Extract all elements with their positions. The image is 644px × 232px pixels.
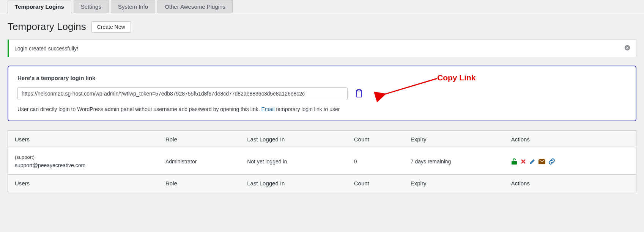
user-email: support@peeayecreative.com — [15, 162, 152, 168]
tab-other-plugins[interactable]: Other Awesome Plugins — [157, 0, 233, 13]
clipboard-icon[interactable] — [355, 89, 363, 99]
tf-users: Users — [8, 175, 159, 192]
edit-icon[interactable] — [529, 158, 535, 165]
email-icon[interactable] — [539, 159, 545, 164]
th-expiry: Expiry — [404, 131, 504, 148]
create-new-button[interactable]: Create New — [91, 21, 131, 33]
th-last-logged-in: Last Logged In — [240, 131, 347, 148]
expiry: 7 days remaining — [404, 148, 504, 175]
unlock-icon[interactable] — [511, 158, 517, 165]
page-title: Temporary Logins — [8, 21, 86, 33]
table-row: (support) support@peeayecreative.com Adm… — [8, 148, 636, 175]
link-desc-before: User can directly login to WordPress adm… — [17, 106, 261, 112]
tf-count: Count — [347, 175, 404, 192]
th-role: Role — [159, 131, 240, 148]
nav-tabs: Temporary Logins Settings System Info Ot… — [0, 0, 644, 13]
th-count: Count — [347, 131, 404, 148]
tf-actions: Actions — [504, 175, 636, 192]
tf-role: Role — [159, 175, 240, 192]
link-description: User can directly login to WordPress adm… — [17, 106, 627, 112]
tf-last-logged-in: Last Logged In — [240, 175, 347, 192]
tf-expiry: Expiry — [404, 175, 504, 192]
temporary-logins-table: Users Role Last Logged In Count Expiry A… — [8, 130, 636, 192]
svg-rect-4 — [539, 159, 545, 164]
user-role: Administrator — [159, 148, 240, 175]
notice-message: Login created successfully! — [14, 45, 78, 52]
link-desc-after: temporary login link to user — [275, 106, 340, 112]
delete-icon[interactable] — [520, 158, 526, 165]
last-logged-in: Not yet logged in — [240, 148, 347, 175]
dismiss-icon[interactable] — [624, 44, 631, 52]
login-count: 0 — [347, 148, 404, 175]
email-link[interactable]: Email — [261, 106, 275, 112]
th-users: Users — [8, 131, 159, 148]
temporary-login-url-input[interactable] — [17, 87, 348, 100]
link-box-title: Here's a temporary login link — [17, 75, 627, 81]
temporary-login-link-box: Here's a temporary login link Copy Link … — [8, 66, 636, 121]
success-notice: Login created successfully! — [8, 39, 636, 57]
svg-rect-2 — [357, 89, 361, 91]
tab-system-info[interactable]: System Info — [111, 0, 155, 13]
user-name: (support) — [15, 154, 152, 160]
tab-settings[interactable]: Settings — [74, 0, 109, 13]
th-actions: Actions — [504, 131, 636, 148]
tab-temporary-logins[interactable]: Temporary Logins — [8, 0, 71, 13]
copy-link-icon[interactable] — [548, 158, 555, 165]
